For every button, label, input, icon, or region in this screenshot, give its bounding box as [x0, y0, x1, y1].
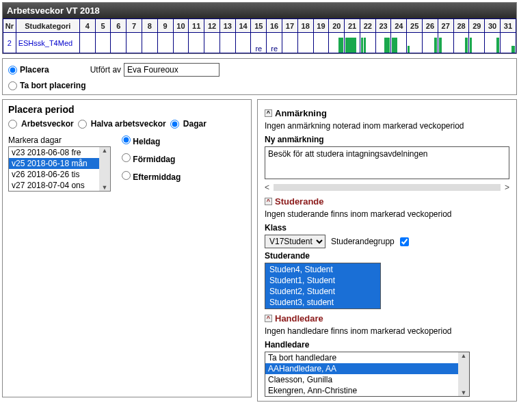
scroll-up-icon[interactable]: ▲ [461, 352, 467, 359]
weeks-panel: Arbetsveckor VT 2018 Nr Studkategori 4 5… [2, 2, 517, 54]
row-nr: 2 [3, 33, 16, 53]
scroll-down-icon[interactable]: ▼ [461, 389, 467, 396]
grp-checkbox[interactable] [400, 237, 409, 246]
stud-title: Studerande [275, 196, 324, 207]
weeks-table: Nr Studkategori 4 5 6 7 8 9 10 11 12 13 … [3, 18, 516, 53]
period-panel: Placera period Arbetsveckor Halva arbets… [2, 99, 252, 397]
weeks-title: Arbetsveckor VT 2018 [3, 3, 516, 18]
stud-none: Ingen studerande finns inom markerad vec… [265, 209, 509, 219]
studlist-label: Studerande [265, 251, 509, 261]
placera-radio[interactable] [8, 66, 17, 75]
dagar-radio[interactable] [170, 120, 179, 129]
placera-label: Placera [20, 65, 49, 75]
collapse-icon[interactable]: ^ [265, 315, 272, 322]
utfort-label: Utfört av [90, 65, 121, 75]
scroll-left-icon[interactable]: < [265, 183, 269, 192]
cell-re-15[interactable]: re [251, 33, 267, 53]
tabort-label: Ta bort placering [20, 81, 85, 90]
stud-listbox[interactable]: Studen4, Student Student1, Student Stude… [265, 263, 381, 309]
anm-title: Anmärkning [275, 108, 327, 118]
klass-select[interactable]: V17Student [265, 235, 325, 248]
arbets-radio[interactable] [8, 120, 17, 129]
weeks-data-row[interactable]: 2 ESHssk_T4Med re re [3, 33, 516, 53]
collapse-icon[interactable]: ^ [265, 109, 272, 117]
halva-radio[interactable] [78, 120, 87, 129]
anm-hscroll[interactable]: < > [265, 183, 509, 192]
markera-label: Markera dagar [8, 135, 111, 145]
hand-title: Handledare [275, 313, 323, 324]
scroll-down-icon[interactable]: ▼ [102, 184, 108, 191]
weeks-header-row: Nr Studkategori 4 5 6 7 8 9 10 11 12 13 … [3, 19, 516, 33]
period-title: Placera period [8, 104, 245, 115]
grp-label: Studerandegrupp [331, 237, 395, 246]
nyanm-label: Ny anmärkning [265, 135, 509, 144]
place-panel: Placera Utfört av Ta bort placering [2, 58, 517, 95]
tabort-radio[interactable] [8, 81, 17, 90]
col-nr: Nr [3, 19, 16, 33]
scroll-right-icon[interactable]: > [505, 183, 509, 192]
days-scrollbar[interactable]: ▲▼ [99, 147, 110, 191]
form-radio[interactable] [122, 153, 131, 162]
hand-label: Handledare [265, 340, 509, 350]
hand-none: Ingen handledare finns inom markerad vec… [265, 326, 509, 336]
hand-listbox[interactable]: Ta bort handledare AAHandledare, AA Clae… [265, 352, 470, 397]
cell-re-16[interactable]: re [267, 33, 282, 53]
hand-scrollbar[interactable]: ▲▼ [458, 352, 469, 396]
utfort-input[interactable] [124, 63, 219, 77]
anm-none: Ingen anmärkning noterad inom markerad v… [265, 121, 509, 131]
heldag-radio[interactable] [122, 135, 131, 144]
collapse-icon[interactable]: ^ [265, 198, 272, 205]
anm-textarea[interactable]: Besök för att studera intagningsavdelnin… [265, 146, 509, 179]
days-listbox[interactable]: v23 2018-06-08 fre v25 2018-06-18 mån v2… [8, 146, 111, 192]
right-panel: ^Anmärkning Ingen anmärkning noterad ino… [257, 99, 517, 402]
scroll-up-icon[interactable]: ▲ [102, 147, 108, 154]
klass-label: Klass [265, 223, 509, 233]
eft-radio[interactable] [122, 171, 131, 180]
col-stud: Studkategori [16, 19, 79, 33]
row-stud[interactable]: ESHssk_T4Med [16, 33, 79, 53]
